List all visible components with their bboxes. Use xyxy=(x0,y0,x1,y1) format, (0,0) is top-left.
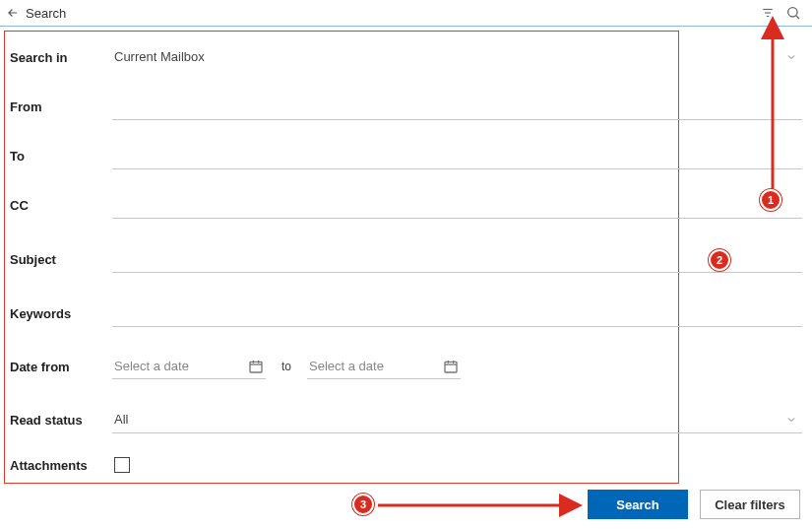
row-subject: Subject xyxy=(10,230,802,289)
date-separator: to xyxy=(278,360,295,373)
label-search-in: Search in xyxy=(10,50,112,65)
row-to: To xyxy=(10,131,802,180)
chevron-down-icon xyxy=(782,48,800,66)
date-end-placeholder: Select a date xyxy=(309,359,443,373)
back-arrow-icon[interactable] xyxy=(4,4,22,22)
row-search-in: Search in Current Mailbox xyxy=(10,33,802,82)
row-from: From xyxy=(10,82,802,131)
row-date-from: Date from Select a date to Select a date xyxy=(10,338,802,395)
label-read-status: Read status xyxy=(10,413,112,428)
date-end-picker[interactable]: Select a date xyxy=(307,355,461,379)
read-status-dropdown[interactable]: All xyxy=(112,406,802,433)
svg-rect-9 xyxy=(445,362,457,372)
button-row: Search Clear filters xyxy=(588,490,800,519)
svg-point-3 xyxy=(788,8,797,17)
header-title: Search xyxy=(26,6,757,21)
row-keywords: Keywords xyxy=(10,289,802,338)
attachments-checkbox[interactable] xyxy=(114,457,130,473)
filter-icon[interactable] xyxy=(757,2,779,24)
label-to: To xyxy=(10,149,112,164)
date-start-placeholder: Select a date xyxy=(114,359,248,373)
search-in-dropdown[interactable]: Current Mailbox xyxy=(112,43,802,71)
row-attachments: Attachments xyxy=(10,444,802,486)
cc-input[interactable] xyxy=(112,191,802,219)
row-cc: CC xyxy=(10,180,802,230)
label-from: From xyxy=(10,99,112,114)
calendar-icon xyxy=(443,359,459,374)
search-icon[interactable] xyxy=(782,2,804,24)
keywords-input[interactable] xyxy=(112,299,802,327)
label-subject: Subject xyxy=(10,252,112,267)
read-status-value: All xyxy=(112,406,782,432)
date-start-picker[interactable]: Select a date xyxy=(112,355,266,379)
search-in-value: Current Mailbox xyxy=(112,43,782,71)
clear-filters-button[interactable]: Clear filters xyxy=(700,490,800,519)
label-cc: CC xyxy=(10,198,112,213)
label-attachments: Attachments xyxy=(10,458,112,473)
svg-line-4 xyxy=(796,16,799,19)
svg-rect-5 xyxy=(250,362,262,372)
header-actions xyxy=(757,2,804,24)
calendar-icon xyxy=(248,359,264,374)
annotation-callout-3: 3 xyxy=(352,494,374,515)
subject-input[interactable] xyxy=(112,245,802,273)
advanced-search-form: Search in Current Mailbox From To CC Sub… xyxy=(0,27,812,486)
search-button[interactable]: Search xyxy=(588,490,688,519)
to-input[interactable] xyxy=(112,142,802,169)
row-read-status: Read status All xyxy=(10,395,802,444)
from-input[interactable] xyxy=(112,93,802,120)
chevron-down-icon xyxy=(782,411,800,429)
label-date-from: Date from xyxy=(10,360,112,374)
annotation-arrow-3 xyxy=(374,496,581,515)
label-keywords: Keywords xyxy=(10,306,112,321)
header-bar: Search xyxy=(0,0,812,27)
